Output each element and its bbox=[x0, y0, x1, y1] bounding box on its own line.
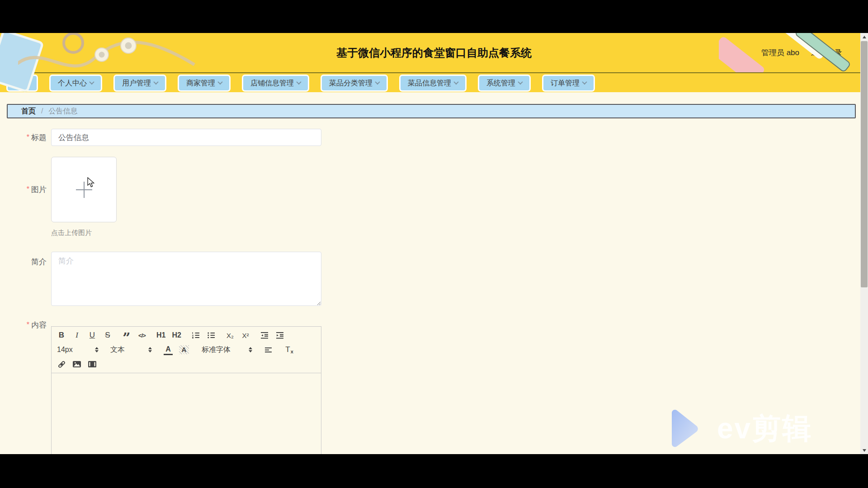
font-family-picker[interactable]: 标准字体 bbox=[202, 344, 252, 355]
intro-field-label: 简介 bbox=[0, 253, 47, 270]
picker-arrows-icon bbox=[95, 347, 99, 352]
image-field-label: * 图片 bbox=[0, 181, 47, 198]
blockquote-button[interactable]: ” bbox=[122, 330, 131, 341]
label-text: 图片 bbox=[31, 184, 47, 195]
required-marker: * bbox=[27, 133, 29, 141]
watermark-text: ev剪辑 bbox=[717, 409, 812, 448]
outdent-button[interactable] bbox=[260, 330, 269, 341]
script-group: X₂ X² bbox=[226, 330, 250, 341]
bullet-list-icon bbox=[207, 331, 215, 339]
italic-button[interactable]: I bbox=[72, 330, 81, 341]
background-color-button[interactable]: A bbox=[179, 344, 189, 355]
chevron-down-icon bbox=[217, 79, 222, 84]
required-marker: * bbox=[27, 185, 29, 193]
recording-bottom-bar bbox=[0, 454, 868, 488]
intro-textarea[interactable] bbox=[51, 252, 321, 306]
media-group bbox=[57, 359, 97, 370]
play-logo-icon bbox=[661, 407, 704, 450]
editor-toolbar: B I U S ” </> H1 H2 bbox=[51, 326, 321, 373]
label-text: 标题 bbox=[31, 132, 47, 143]
nav-item-home[interactable]: 首页 bbox=[6, 75, 38, 92]
breadcrumb-current: 公告信息 bbox=[48, 107, 77, 116]
logged-in-user-label: 管理员 abo bbox=[761, 47, 799, 58]
toolbar-row-1: B I U S ” </> H1 H2 bbox=[57, 329, 316, 341]
subscript-button[interactable]: X₂ bbox=[226, 330, 235, 341]
clean-format-x: x bbox=[291, 349, 293, 354]
font-family-value: 标准字体 bbox=[202, 345, 231, 355]
main-nav: 首页 个人中心 用户管理 商家管理 店铺信息管理 菜品分类管理 bbox=[0, 72, 868, 92]
required-marker: * bbox=[27, 321, 29, 329]
nav-item-dish-category-management[interactable]: 菜品分类管理 bbox=[321, 75, 388, 92]
nav-item-label: 用户管理 bbox=[122, 79, 151, 88]
heading-group: H1 H2 bbox=[156, 330, 181, 341]
font-size-picker[interactable]: 14px bbox=[57, 344, 99, 355]
chevron-down-icon bbox=[375, 79, 380, 84]
ordered-list-button[interactable] bbox=[191, 330, 200, 341]
chevron-down-icon bbox=[296, 79, 301, 84]
title-input[interactable] bbox=[51, 129, 321, 146]
nav-item-order-management[interactable]: 订单管理 bbox=[542, 75, 595, 92]
nav-item-label: 菜品信息管理 bbox=[408, 79, 451, 88]
nav-item-shop-info-management[interactable]: 店铺信息管理 bbox=[242, 75, 309, 92]
indent-icon bbox=[276, 331, 284, 339]
label-text: 简介 bbox=[31, 257, 47, 267]
picker-arrows-icon bbox=[148, 347, 152, 352]
header-2-button[interactable]: H2 bbox=[172, 330, 181, 341]
scrollbar-thumb[interactable] bbox=[861, 41, 868, 287]
outdent-icon bbox=[260, 331, 269, 339]
list-group bbox=[191, 330, 216, 341]
background-color-icon: A bbox=[179, 345, 189, 354]
app-header: 基于微信小程序的食堂窗口自助点餐系统 管理员 abo 退出登录 bbox=[0, 33, 868, 72]
bullet-list-button[interactable] bbox=[207, 330, 216, 341]
title-field-label: * 标题 bbox=[0, 129, 47, 146]
code-block-button[interactable]: </> bbox=[137, 330, 146, 341]
nav-item-personal-center[interactable]: 个人中心 bbox=[49, 75, 102, 92]
strikethrough-button[interactable]: S bbox=[103, 330, 112, 341]
label-text: 内容 bbox=[31, 320, 47, 330]
insert-video-button[interactable] bbox=[88, 359, 97, 370]
scroll-up-button[interactable] bbox=[860, 33, 868, 41]
logout-link[interactable]: 退出登录 bbox=[811, 47, 842, 58]
chevron-down-icon bbox=[453, 79, 458, 84]
content-field-label: * 内容 bbox=[0, 316, 47, 333]
align-button[interactable] bbox=[264, 344, 273, 355]
vertical-scrollbar[interactable] bbox=[860, 33, 868, 454]
image-upload-dropzone[interactable] bbox=[51, 157, 117, 222]
nav-item-dish-info-management[interactable]: 菜品信息管理 bbox=[399, 75, 467, 92]
insert-link-button[interactable] bbox=[57, 359, 66, 370]
indent-button[interactable] bbox=[275, 330, 284, 341]
toolbar-row-3 bbox=[57, 358, 316, 370]
toolbar-row-2: 14px 文本 A A 标准字体 bbox=[57, 344, 316, 356]
link-icon bbox=[57, 360, 66, 369]
clean-format-t: T bbox=[285, 345, 290, 354]
bold-button[interactable]: B bbox=[57, 330, 66, 341]
superscript-button[interactable]: X² bbox=[241, 330, 250, 341]
clean-format-button[interactable]: T x bbox=[285, 344, 294, 355]
chevron-down-icon bbox=[518, 79, 523, 84]
block-group: ” </> bbox=[122, 330, 146, 341]
nav-item-label: 订单管理 bbox=[551, 79, 580, 88]
breadcrumb-home[interactable]: 首页 bbox=[21, 107, 36, 116]
text-style-picker[interactable]: 文本 bbox=[110, 344, 152, 355]
ordered-list-icon bbox=[192, 331, 200, 339]
nav-item-label: 商家管理 bbox=[186, 79, 215, 88]
screen: 基于微信小程序的食堂窗口自助点餐系统 管理员 abo 退出登录 首页 个人中心 bbox=[0, 0, 868, 488]
underline-button[interactable]: U bbox=[88, 330, 97, 341]
nav-item-system-management[interactable]: 系统管理 bbox=[478, 75, 531, 92]
text-color-button[interactable]: A bbox=[164, 344, 173, 355]
image-icon bbox=[72, 360, 81, 368]
scroll-down-button[interactable] bbox=[860, 446, 868, 454]
picker-arrows-icon bbox=[249, 347, 252, 352]
chevron-down-icon bbox=[153, 79, 158, 84]
plus-icon bbox=[76, 182, 92, 198]
insert-image-button[interactable] bbox=[72, 359, 81, 370]
nav-item-user-management[interactable]: 用户管理 bbox=[113, 75, 166, 92]
scroll-down-icon bbox=[863, 449, 866, 452]
upload-hint: 点击上传图片 bbox=[51, 229, 92, 237]
header-1-button[interactable]: H1 bbox=[156, 330, 165, 341]
header-user-area: 管理员 abo 退出登录 bbox=[761, 33, 842, 72]
recording-top-bar bbox=[0, 0, 868, 33]
scroll-up-icon bbox=[863, 36, 866, 38]
nav-item-merchant-management[interactable]: 商家管理 bbox=[178, 75, 231, 92]
chevron-down-icon bbox=[582, 79, 587, 84]
